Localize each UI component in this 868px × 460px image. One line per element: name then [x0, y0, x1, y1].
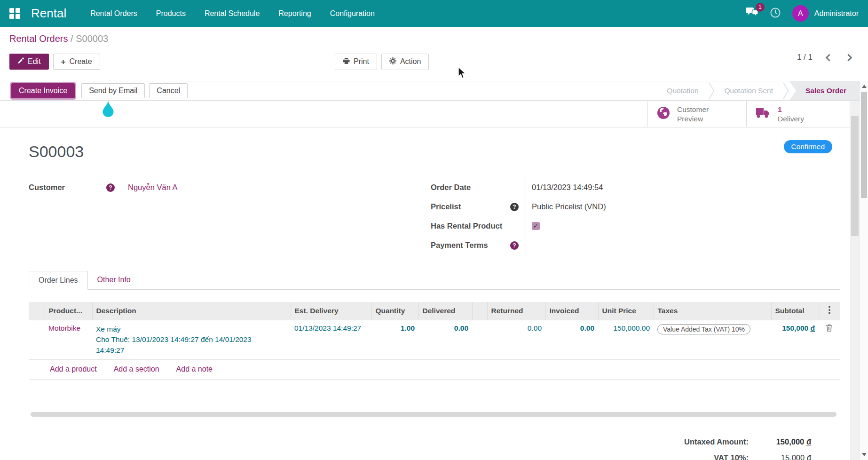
- cell-description[interactable]: Xe máy Cho Thuê: 13/01/2023 14:49:27 đến…: [92, 320, 291, 360]
- help-icon[interactable]: ?: [510, 241, 519, 250]
- field-order-date: Order Date 01/13/2023 14:49:54: [431, 178, 840, 197]
- col-quantity[interactable]: Quantity: [371, 302, 418, 320]
- create-button-label: Create: [70, 57, 92, 66]
- col-returned[interactable]: Returned: [487, 302, 545, 320]
- cell-est-delivery[interactable]: 01/13/2023 14:49:27: [291, 320, 371, 360]
- cell-quantity[interactable]: 1.00: [371, 320, 418, 360]
- col-product[interactable]: Product...: [45, 302, 92, 320]
- apps-menu-icon[interactable]: [9, 8, 21, 19]
- field-has-rental-product: Has Rental Product ✓: [431, 216, 840, 236]
- top-navbar: Rental Rental Orders Products Rental Sch…: [0, 0, 868, 27]
- status-step-quotation[interactable]: Quotation: [657, 81, 708, 100]
- table-row[interactable]: Motorbike Xe máy Cho Thuê: 13/01/2023 14…: [29, 320, 840, 360]
- delivery-count: 1: [778, 105, 782, 113]
- form-sheet: Customer Preview 1 Delivery Confirmed S0…: [0, 101, 850, 460]
- customer-preview-button[interactable]: Customer Preview: [647, 101, 747, 127]
- horizontal-scrollbar[interactable]: [31, 412, 836, 417]
- untaxed-amount-value: 150,000 đ: [749, 437, 811, 446]
- edit-button[interactable]: Edit: [9, 54, 49, 70]
- cell-unit-price[interactable]: 150,000.00: [598, 320, 654, 360]
- menu-rental-schedule[interactable]: Rental Schedule: [197, 5, 267, 22]
- scroll-down-icon[interactable]: [862, 453, 867, 456]
- app-brand[interactable]: Rental: [31, 6, 66, 21]
- untaxed-amount-label: Untaxed Amount:: [684, 437, 749, 446]
- plus-icon: +: [61, 58, 66, 66]
- add-a-product-link[interactable]: Add a product: [50, 365, 97, 373]
- vertical-scrollbar-thumb[interactable]: [861, 92, 867, 198]
- menu-reporting[interactable]: Reporting: [271, 5, 318, 22]
- tax-tag[interactable]: Value Added Tax (VAT) 10%: [657, 324, 750, 334]
- cell-taxes[interactable]: Value Added Tax (VAT) 10%: [654, 320, 771, 360]
- cell-delivered[interactable]: 0.00: [418, 320, 472, 360]
- col-invoiced[interactable]: Invoiced: [545, 302, 598, 320]
- action-button[interactable]: Action: [381, 54, 429, 70]
- menu-rental-orders[interactable]: Rental Orders: [83, 5, 144, 22]
- pager-next-icon[interactable]: [845, 54, 852, 61]
- trash-icon[interactable]: [826, 324, 833, 333]
- scroll-up-icon[interactable]: [862, 85, 867, 88]
- cell-returned[interactable]: 0.00: [487, 320, 545, 360]
- cell-invoiced[interactable]: 0.00: [545, 320, 598, 360]
- row-handle[interactable]: [29, 320, 45, 360]
- status-step-sales-order[interactable]: Sales Order: [789, 81, 860, 100]
- chat-bubbles-icon: [746, 11, 758, 19]
- order-lines-table: Product... Description Est. Delivery Qua…: [29, 302, 840, 360]
- description-line1: Xe máy: [96, 324, 272, 334]
- form-scrollbar-thumb[interactable]: [851, 116, 859, 236]
- payment-terms-label: Payment Terms: [431, 241, 488, 250]
- tab-other-info[interactable]: Other Info: [88, 271, 140, 289]
- col-subtotal[interactable]: Subtotal: [771, 302, 819, 320]
- send-by-email-button[interactable]: Send by Email: [81, 83, 145, 98]
- menu-products[interactable]: Products: [149, 5, 193, 22]
- has-rental-label: Has Rental Product: [431, 222, 502, 230]
- create-invoice-button[interactable]: Create Invoice: [11, 83, 75, 98]
- col-taxes[interactable]: Taxes: [654, 302, 771, 320]
- status-step-quotation-sent[interactable]: Quotation Sent: [715, 81, 782, 100]
- print-button-label: Print: [354, 57, 369, 66]
- col-description[interactable]: Description: [92, 302, 291, 320]
- breadcrumb: Rental Orders / S00003: [9, 33, 859, 44]
- cell-product[interactable]: Motorbike: [45, 320, 92, 360]
- vat-value: 15,000 đ: [749, 453, 811, 460]
- create-button[interactable]: + Create: [53, 54, 100, 70]
- status-steps: Quotation Quotation Sent Sales Order: [657, 81, 860, 100]
- menu-configuration[interactable]: Configuration: [323, 5, 382, 22]
- add-a-note-link[interactable]: Add a note: [176, 365, 213, 373]
- pricelist-label: Pricelist: [431, 202, 461, 211]
- cancel-button[interactable]: Cancel: [149, 83, 188, 98]
- messages-button[interactable]: 1: [746, 7, 758, 20]
- action-button-label: Action: [400, 57, 421, 66]
- kebab-dots-icon[interactable]: [828, 306, 831, 316]
- customer-value[interactable]: Nguyễn Văn A: [122, 183, 178, 192]
- pager-previous-icon[interactable]: [826, 54, 833, 61]
- col-unit-price[interactable]: Unit Price: [598, 302, 654, 320]
- page-title: S00003: [29, 127, 840, 161]
- col-spacer: [472, 302, 487, 320]
- order-date-label: Order Date: [431, 183, 471, 192]
- col-delivered[interactable]: Delivered: [418, 302, 472, 320]
- help-icon[interactable]: ?: [510, 203, 519, 211]
- clock-icon: [770, 12, 781, 20]
- untaxed-amount-row: Untaxed Amount: 150,000 đ: [684, 435, 811, 449]
- activities-button[interactable]: [770, 7, 781, 20]
- field-customer: Customer ? Nguyễn Văn A: [29, 178, 431, 197]
- breadcrumb-parent[interactable]: Rental Orders: [9, 33, 68, 44]
- order-totals: Untaxed Amount: 150,000 đ VAT 10%: 15,00…: [29, 435, 840, 460]
- tab-order-lines[interactable]: Order Lines: [29, 271, 88, 290]
- onboarding-droplet-icon: [102, 100, 115, 119]
- delivery-button[interactable]: 1 Delivery: [746, 101, 850, 127]
- form-scrollbar-track[interactable]: [850, 101, 860, 460]
- vertical-scrollbar[interactable]: [860, 81, 868, 460]
- customer-preview-label: Customer Preview: [677, 105, 722, 123]
- has-rental-checkbox[interactable]: ✓: [532, 222, 540, 230]
- help-icon[interactable]: ?: [106, 183, 115, 192]
- pricelist-value: Public Pricelist (VND): [526, 202, 606, 211]
- main-menu: Rental Orders Products Rental Schedule R…: [83, 5, 382, 22]
- edit-button-label: Edit: [28, 57, 41, 66]
- field-payment-terms: Payment Terms ?: [431, 236, 840, 255]
- handle-column-header: [29, 302, 45, 320]
- add-a-section-link[interactable]: Add a section: [114, 365, 159, 373]
- print-button[interactable]: Print: [335, 54, 377, 70]
- col-est-delivery[interactable]: Est. Delivery: [291, 302, 371, 320]
- user-menu[interactable]: A Administrator: [792, 5, 859, 22]
